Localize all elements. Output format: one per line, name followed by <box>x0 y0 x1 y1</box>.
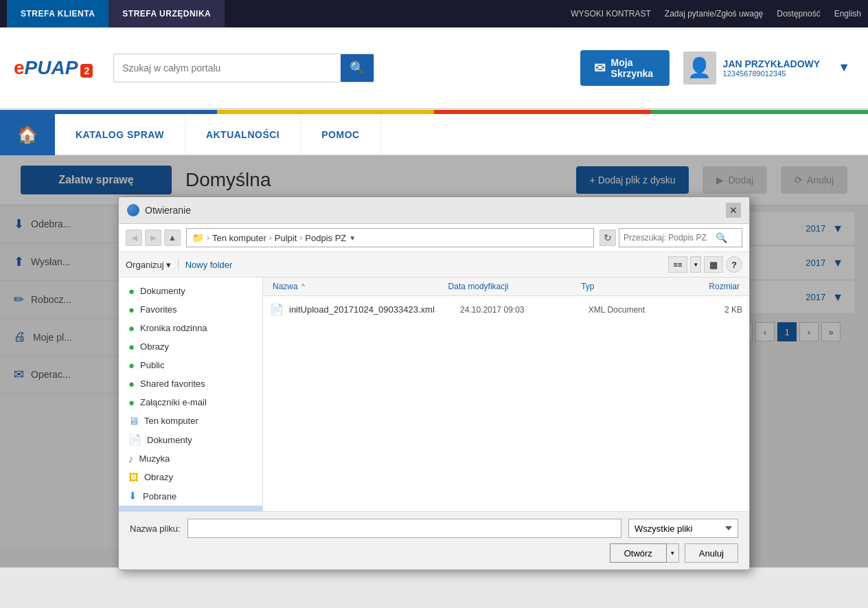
ds-item-muzyka[interactable]: ♪ Muzyka <box>119 449 262 468</box>
header: ePUAP2 🔍 ✉ MojaSkrzynka 👤 JAN PRZYKŁADOW… <box>0 27 868 110</box>
user-info: JAN PRZYKŁADOWY 123456789012345 <box>723 58 821 78</box>
col-type-label: Typ <box>581 282 594 291</box>
ds-label: Pobrane <box>143 491 176 502</box>
bc-podpis-pz[interactable]: Podpis PZ <box>305 233 346 243</box>
ds-item-favorites[interactable]: ● Favorites <box>119 300 262 319</box>
bc-sep2: › <box>269 233 272 243</box>
search-bar: 🔍 <box>113 54 374 82</box>
organize-button[interactable]: Organizuj ▾ <box>126 260 171 270</box>
organize-arrow: ▾ <box>166 260 171 270</box>
dialog-title-text: Otwieranie <box>145 205 191 216</box>
green-icon: ● <box>128 322 135 334</box>
search-dialog-input[interactable] <box>624 233 713 243</box>
ds-item-kronika[interactable]: ● Kronika rodzinna <box>119 319 262 337</box>
bc-dropdown-arrow[interactable]: ▼ <box>349 234 356 242</box>
bc-search-box: 🔍 <box>619 228 742 247</box>
view-list-button[interactable]: ≡≡ <box>668 256 687 273</box>
col-date-label: Data modyfikacji <box>448 282 509 291</box>
ds-label: Muzyka <box>139 453 170 464</box>
up-button[interactable]: ▲ <box>164 229 181 246</box>
zadaj-pytanie-link[interactable]: Zadaj pytanie/Zgłoś uwagę <box>665 9 763 19</box>
dialog-titlebar: Otwieranie ✕ <box>119 197 749 224</box>
green-icon: ● <box>128 396 135 408</box>
filename-input[interactable] <box>187 519 621 538</box>
logo-e: e <box>14 57 25 78</box>
search-small-icon: 🔍 <box>716 232 727 243</box>
ds-item-zalaczniki[interactable]: ● Załączniki e-mail <box>119 393 262 412</box>
home-icon: 🏠 <box>17 125 38 144</box>
open-dropdown-button[interactable]: ▾ <box>667 543 679 563</box>
col-type[interactable]: Typ <box>578 280 669 293</box>
dialog-close-button[interactable]: ✕ <box>726 203 741 218</box>
ds-item-pulpit[interactable]: 📁 Pulpit <box>119 506 262 511</box>
chrome-icon <box>127 204 139 216</box>
view-dropdown-button[interactable]: ▾ <box>690 256 701 273</box>
file-list-header: Nazwa ^ Data modyfikacji Typ Rozmiar <box>263 278 749 296</box>
home-button[interactable]: 🏠 <box>0 114 55 155</box>
ds-item-obrazy2[interactable]: 🖼 Obrazy <box>119 468 262 486</box>
dialog-toolbar: Organizuj ▾ Nowy folder ≡≡ ▾ ▦ ? <box>119 252 749 278</box>
avatar-icon: 👤 <box>687 56 711 79</box>
dialog-breadcrumb: ◀ ▶ ▲ 📁 › Ten komputer › Pulpit › Podpis… <box>119 224 749 252</box>
english-link[interactable]: English <box>834 9 861 19</box>
bc-pulpit[interactable]: Pulpit <box>275 233 297 243</box>
view-layout-button[interactable]: ▦ <box>704 256 723 273</box>
ds-item-dokumenty2[interactable]: 📄 Dokumenty <box>119 430 262 449</box>
ds-label: Favorites <box>140 304 176 315</box>
help-button[interactable]: ? <box>726 256 742 273</box>
ds-item-pobrane[interactable]: ⬇ Pobrane <box>119 486 262 506</box>
ds-item-shared-favorites[interactable]: ● Shared favorites <box>119 374 262 393</box>
logo: ePUAP2 <box>14 57 93 79</box>
ds-item-obrazy[interactable]: ● Obrazy <box>119 337 262 356</box>
strefa-klienta-btn[interactable]: STREFA KLIENTA <box>7 0 108 27</box>
dialog-filelist: Nazwa ^ Data modyfikacji Typ Rozmiar <box>263 278 749 511</box>
folder-small-icon2: 🖼 <box>128 471 139 483</box>
list-item[interactable]: 📄 initUpload_20171024_09033423.xml 24.10… <box>263 299 749 320</box>
file-type: XML Document <box>589 305 674 315</box>
dialog-overlay: Otwieranie ✕ ◀ ▶ ▲ 📁 › Ten komputer › Pu… <box>0 155 868 567</box>
nav-katalog-spraw[interactable]: KATALOG SPRAW <box>55 114 185 155</box>
nav-aktualnosci[interactable]: AKTUALNOŚCI <box>185 114 301 155</box>
download-small-icon: ⬇ <box>128 490 137 502</box>
ds-item-public[interactable]: ● Public <box>119 356 262 374</box>
search-button[interactable]: 🔍 <box>341 54 374 82</box>
view-buttons: ≡≡ ▾ ▦ ? <box>668 256 742 273</box>
mailbox-button[interactable]: ✉ MojaSkrzynka <box>580 50 670 86</box>
mail-icon: ✉ <box>594 60 606 76</box>
folder-icon: 📁 <box>192 232 204 243</box>
back-button[interactable]: ◀ <box>126 229 142 246</box>
filename-label: Nazwa pliku: <box>130 523 181 534</box>
refresh-button[interactable]: ↻ <box>599 229 616 246</box>
strefa-urzednika-btn[interactable]: STREFA URZĘDNIKA <box>108 0 225 27</box>
ds-label: Dokumenty <box>140 286 185 296</box>
col-size[interactable]: Rozmiar <box>669 280 742 293</box>
dostepnosc-link[interactable]: Dostępność <box>777 9 820 19</box>
user-dropdown-arrow[interactable]: ▼ <box>834 60 854 75</box>
wysoki-kontrast-link[interactable]: WYSOKI KONTRAST <box>571 9 651 19</box>
bc-ten-komputer[interactable]: Ten komputer <box>212 233 266 243</box>
ds-item-ten-komputer[interactable]: 🖥 Ten komputer <box>119 412 262 430</box>
folder-small-icon: 📄 <box>128 434 141 446</box>
col-name[interactable]: Nazwa ^ <box>270 280 446 293</box>
search-input[interactable] <box>114 63 341 74</box>
dialog-body: ● Dokumenty ● Favorites ● Kronika rodzin… <box>119 278 749 511</box>
open-button[interactable]: Otwórz <box>610 543 667 563</box>
top-bar-right: WYSOKI KONTRAST Zadaj pytanie/Zgłoś uwag… <box>571 9 861 19</box>
ds-label: Załączniki e-mail <box>140 397 207 407</box>
new-folder-button[interactable]: Nowy folder <box>185 260 233 270</box>
ds-label: Pulpit <box>147 510 170 512</box>
ds-label: Shared favorites <box>140 379 205 389</box>
ds-item-dokumenty[interactable]: ● Dokumenty <box>119 282 262 300</box>
nav-pomoc[interactable]: POMOC <box>301 114 380 155</box>
green-icon: ● <box>128 341 135 352</box>
open-btn-group: Otwórz ▾ <box>610 543 679 563</box>
ds-label: Kronika rodzinna <box>140 323 207 333</box>
dialog-title-left: Otwieranie <box>127 204 191 216</box>
cancel-dialog-button[interactable]: Anuluj <box>685 543 738 563</box>
filetype-select[interactable]: Wszystkie pliki <box>628 519 738 538</box>
forward-button[interactable]: ▶ <box>145 229 161 246</box>
avatar: 👤 <box>683 52 716 85</box>
bc-sep: › <box>207 233 209 243</box>
user-id: 123456789012345 <box>723 69 821 78</box>
col-date[interactable]: Data modyfikacji <box>446 280 579 293</box>
